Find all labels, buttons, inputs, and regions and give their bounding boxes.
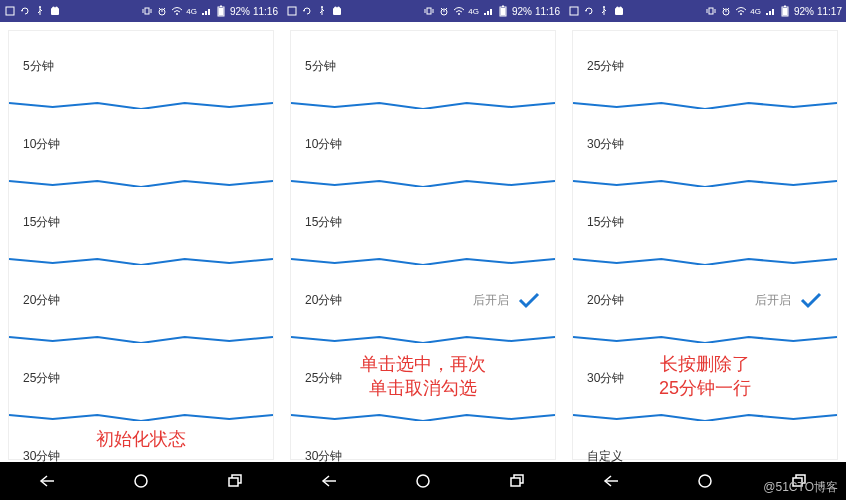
clock-time: 11:16 — [535, 6, 560, 17]
list-item[interactable]: 15分钟 — [573, 187, 837, 257]
svg-marker-1 — [21, 10, 23, 12]
svg-rect-26 — [333, 8, 341, 15]
list-item[interactable]: 15分钟 — [291, 187, 555, 257]
svg-rect-22 — [229, 478, 238, 486]
divider-zigzag — [291, 257, 555, 265]
divider-zigzag — [9, 413, 273, 421]
signal-icon — [482, 5, 494, 17]
vibrate-icon — [705, 5, 717, 17]
svg-line-58 — [728, 8, 729, 9]
svg-rect-46 — [570, 7, 578, 15]
list-item[interactable]: 25分钟 — [9, 343, 273, 413]
signal-icon — [200, 5, 212, 17]
back-button[interactable] — [314, 471, 344, 491]
svg-point-48 — [603, 6, 605, 8]
svg-line-11 — [159, 8, 160, 9]
item-label: 15分钟 — [305, 214, 342, 231]
list-item[interactable]: 25分钟 — [573, 31, 837, 101]
svg-line-34 — [441, 8, 442, 9]
alarm-icon — [438, 5, 450, 17]
item-label: 30分钟 — [587, 136, 624, 153]
usb-icon — [316, 5, 328, 17]
divider-zigzag — [573, 413, 837, 421]
item-label: 自定义 — [587, 448, 623, 463]
svg-rect-0 — [6, 7, 14, 15]
svg-rect-60 — [766, 13, 768, 15]
battery-percent: 92% — [794, 6, 814, 17]
svg-rect-29 — [427, 8, 431, 14]
recent-button[interactable] — [502, 471, 532, 491]
check-icon — [799, 291, 823, 309]
home-button[interactable] — [408, 471, 438, 491]
divider-zigzag — [291, 179, 555, 187]
divider-zigzag — [9, 179, 273, 187]
alarm-icon — [720, 5, 732, 17]
list-item[interactable]: 10分钟 — [291, 109, 555, 179]
item-label: 30分钟 — [23, 448, 60, 463]
phone-screen: 4G 92% 11:16 5分钟 10分钟 15分钟 20分钟 25分钟 — [0, 0, 282, 500]
list-item[interactable]: 20分钟 后开启 — [573, 265, 837, 335]
svg-point-36 — [458, 13, 460, 15]
svg-point-13 — [176, 13, 178, 15]
list-item[interactable]: 5分钟 — [291, 31, 555, 101]
network-label: 4G — [468, 7, 479, 16]
svg-point-59 — [740, 13, 742, 15]
list-item[interactable]: 10分钟 — [9, 109, 273, 179]
home-button[interactable] — [690, 471, 720, 491]
item-label: 25分钟 — [587, 58, 624, 75]
status-bar: 4G 92% 11:16 — [282, 0, 564, 22]
list-item[interactable]: 30分钟 — [291, 421, 555, 462]
battery-icon — [215, 5, 227, 17]
network-label: 4G — [750, 7, 761, 16]
wifi-icon — [735, 5, 747, 17]
recent-button[interactable] — [220, 471, 250, 491]
notif-icon — [286, 5, 298, 17]
phone-screen: 4G 92% 11:17 25分钟 30分钟 15分钟 20分钟 后开启 30分… — [564, 0, 846, 500]
svg-rect-61 — [769, 11, 771, 15]
battery-percent: 92% — [512, 6, 532, 17]
item-label: 25分钟 — [23, 370, 60, 387]
content-area: 25分钟 30分钟 15分钟 20分钟 后开启 30分钟 自定义 长按删除了25… — [564, 22, 846, 462]
signal-icon — [764, 5, 776, 17]
list-item[interactable]: 20分钟 — [9, 265, 273, 335]
list-item[interactable]: 自定义 — [573, 421, 837, 462]
svg-rect-37 — [484, 13, 486, 15]
watermark: @51CTO博客 — [763, 479, 838, 496]
item-label: 25分钟 — [305, 370, 342, 387]
battery-icon — [497, 5, 509, 17]
svg-rect-16 — [208, 9, 210, 15]
list-item[interactable]: 30分钟 — [573, 109, 837, 179]
annotation-caption: 单击选中，再次单击取消勾选 — [360, 352, 486, 400]
annotation-caption: 长按删除了25分钟一行 — [659, 352, 751, 400]
svg-point-50 — [616, 7, 619, 10]
svg-rect-49 — [615, 8, 623, 15]
clock-time: 11:16 — [253, 6, 278, 17]
divider-zigzag — [9, 101, 273, 109]
back-button[interactable] — [32, 471, 62, 491]
home-button[interactable] — [126, 471, 156, 491]
svg-rect-39 — [490, 9, 492, 15]
svg-point-21 — [135, 475, 147, 487]
svg-point-27 — [334, 7, 337, 10]
svg-rect-23 — [288, 7, 296, 15]
svg-line-12 — [164, 8, 165, 9]
svg-rect-3 — [51, 8, 59, 15]
clock-time: 11:17 — [817, 6, 842, 17]
divider-zigzag — [9, 257, 273, 265]
usb-icon — [34, 5, 46, 17]
nav-bar — [282, 462, 564, 500]
sync-icon — [583, 5, 595, 17]
svg-rect-45 — [511, 478, 520, 486]
list-item[interactable]: 15分钟 — [9, 187, 273, 257]
svg-rect-41 — [500, 8, 505, 16]
back-button[interactable] — [596, 471, 626, 491]
alarm-icon — [156, 5, 168, 17]
list-item[interactable]: 5分钟 — [9, 31, 273, 101]
item-label: 5分钟 — [305, 58, 336, 75]
divider-zigzag — [573, 257, 837, 265]
svg-rect-15 — [205, 11, 207, 15]
list-item[interactable]: 20分钟 后开启 — [291, 265, 555, 335]
divider-zigzag — [9, 335, 273, 343]
item-label: 30分钟 — [587, 370, 624, 387]
svg-point-28 — [337, 7, 340, 10]
